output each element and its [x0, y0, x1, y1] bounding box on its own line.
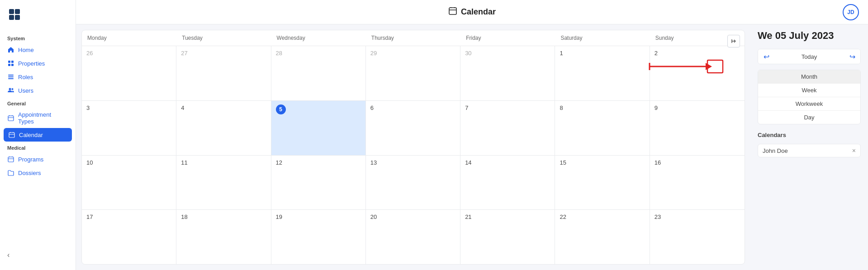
svg-point-12: [12, 88, 14, 90]
calendar-tag-john-doe: John Doe ×: [758, 144, 861, 157]
calendar-header-icon: [448, 6, 457, 18]
sidebar: System Home Properties Roles Users Gener…: [0, 0, 76, 270]
calendar-cell[interactable]: 6: [366, 101, 460, 155]
home-icon: [7, 46, 14, 53]
today-label: Today: [774, 51, 844, 63]
header-title: Calendar: [448, 6, 496, 18]
calendar-cell[interactable]: 22: [555, 210, 650, 264]
calendar-cell[interactable]: 11: [176, 156, 271, 210]
calendar-cell[interactable]: 26: [82, 46, 176, 100]
calendar-cell[interactable]: 8: [555, 101, 650, 155]
svg-rect-8: [8, 75, 14, 76]
svg-rect-1: [15, 9, 20, 14]
svg-rect-10: [8, 78, 14, 79]
calendar-cell[interactable]: 10: [82, 156, 176, 210]
calendar-cell[interactable]: 7: [460, 101, 555, 155]
sidebar-item-appointment-types[interactable]: Appointment Types: [0, 108, 76, 128]
day-header-friday: Friday: [460, 30, 555, 46]
main-content: Calendar JD: [76, 0, 868, 270]
calendar-cell[interactable]: 28: [271, 46, 366, 100]
svg-rect-0: [9, 9, 14, 14]
appointment-types-icon: [7, 114, 14, 122]
view-selector: Month Week Workweek Day: [758, 70, 861, 124]
calendar-cell-today[interactable]: 5: [271, 101, 366, 155]
header-title-text: Calendar: [461, 7, 496, 17]
properties-icon: [7, 60, 14, 67]
calendar-cell[interactable]: 29: [366, 46, 460, 100]
user-avatar[interactable]: JD: [843, 4, 859, 20]
header: Calendar JD: [76, 0, 868, 24]
calendar-cell[interactable]: 9: [650, 101, 745, 155]
sidebar-item-home[interactable]: Home: [0, 43, 76, 57]
content-area: Monday Tuesday Wednesday Thursday Friday…: [76, 24, 868, 270]
roles-icon: [7, 73, 14, 81]
svg-rect-7: [11, 64, 14, 66]
sidebar-item-calendar[interactable]: Calendar: [4, 128, 72, 142]
calendar-cell[interactable]: 13: [366, 156, 460, 210]
svg-rect-14: [9, 133, 14, 137]
calendar-cell[interactable]: 27: [176, 46, 271, 100]
right-panel: We 05 July 2023 ↩ Today ↪ Month Week Wor…: [750, 24, 868, 270]
calendar-cell[interactable]: 30: [460, 46, 555, 100]
calendar-day-headers: Monday Tuesday Wednesday Thursday Friday…: [82, 30, 745, 46]
calendar-week-1: 26 27 28 29 30 1 2: [82, 46, 745, 101]
calendar-cell[interactable]: 23: [650, 210, 745, 264]
calendar-cell[interactable]: 3: [82, 101, 176, 155]
svg-rect-9: [8, 76, 14, 77]
prev-button[interactable]: ↩: [758, 49, 774, 64]
svg-point-11: [9, 88, 11, 90]
svg-rect-3: [15, 15, 20, 20]
calendar-cell[interactable]: 1: [555, 46, 650, 100]
users-icon: [7, 87, 14, 94]
calendar-cell[interactable]: 18: [176, 210, 271, 264]
svg-rect-15: [8, 157, 14, 162]
calendar-cell[interactable]: 15: [555, 156, 650, 210]
calendar-cell[interactable]: 17: [82, 210, 176, 264]
calendar-cell[interactable]: 14: [460, 156, 555, 210]
sidebar-item-roles[interactable]: Roles: [0, 70, 76, 84]
selected-date-label: We 05 July 2023: [758, 30, 861, 42]
svg-rect-5: [11, 61, 14, 63]
sidebar-collapse-button[interactable]: ‹: [0, 247, 76, 263]
calendar-cell[interactable]: 21: [460, 210, 555, 264]
svg-rect-2: [9, 15, 14, 20]
sidebar-item-users[interactable]: Users: [0, 84, 76, 97]
calendar-cell[interactable]: 12: [271, 156, 366, 210]
dossiers-icon: [7, 169, 14, 176]
svg-rect-16: [449, 8, 456, 14]
view-option-day[interactable]: Day: [758, 111, 860, 124]
calendar-collapse-button[interactable]: [727, 35, 740, 47]
calendar-tag-name: John Doe: [763, 147, 788, 154]
svg-rect-4: [8, 61, 10, 63]
calendar-week-2: 3 4 5 6 7 8 9: [82, 101, 745, 156]
view-option-workweek[interactable]: Workweek: [758, 97, 860, 111]
calendar-cell[interactable]: 2: [650, 46, 745, 100]
day-header-saturday: Saturday: [555, 30, 650, 46]
view-option-month[interactable]: Month: [758, 70, 860, 84]
calendar-active-icon: [8, 131, 15, 138]
medical-section-title: Medical: [0, 142, 76, 152]
app-logo: [0, 7, 76, 32]
day-header-monday: Monday: [82, 30, 176, 46]
calendar-cell[interactable]: 16: [650, 156, 745, 210]
sidebar-item-programs[interactable]: Programs: [0, 152, 76, 166]
day-header-wednesday: Wednesday: [271, 30, 366, 46]
calendar-tag-remove-button[interactable]: ×: [852, 147, 856, 154]
calendar-grid-area: Monday Tuesday Wednesday Thursday Friday…: [81, 30, 745, 265]
calendar-week-3: 10 11 12 13 14 15 16: [82, 156, 745, 210]
next-button[interactable]: ↪: [844, 49, 860, 64]
sidebar-item-dossiers[interactable]: Dossiers: [0, 166, 76, 180]
calendar-weeks: 26 27 28 29 30 1 2 3 4 5 6 7 8 9: [82, 46, 745, 264]
calendars-section-label: Calendars: [758, 132, 861, 138]
view-option-week[interactable]: Week: [758, 84, 860, 97]
general-section-title: General: [0, 97, 76, 108]
calendar-cell[interactable]: 4: [176, 101, 271, 155]
day-header-thursday: Thursday: [366, 30, 460, 46]
calendar-week-4: 17 18 19 20 21 22 23: [82, 210, 745, 264]
day-header-tuesday: Tuesday: [176, 30, 271, 46]
programs-icon: [7, 156, 14, 163]
calendar-cell[interactable]: 20: [366, 210, 460, 264]
calendar-cell[interactable]: 19: [271, 210, 366, 264]
system-section-title: System: [0, 32, 76, 43]
sidebar-item-properties[interactable]: Properties: [0, 57, 76, 70]
